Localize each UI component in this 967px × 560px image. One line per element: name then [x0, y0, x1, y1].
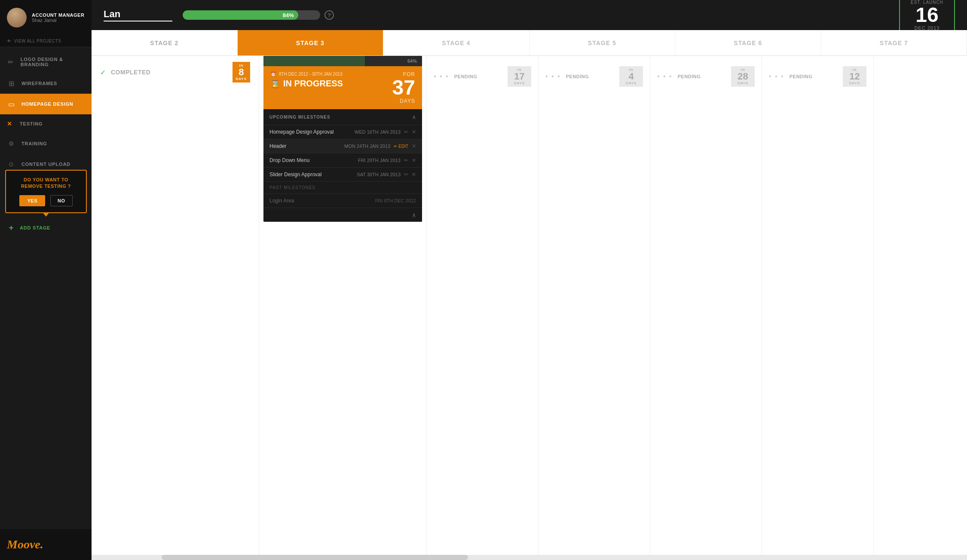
edit-icon: ✏	[394, 144, 397, 149]
brand-dot: .	[40, 538, 43, 551]
people-icon: ⚙	[7, 139, 15, 148]
view-all-label: VIEW ALL PROJECTS	[14, 39, 61, 43]
tab-stage6[interactable]: STAGE 6	[675, 30, 821, 55]
grid-icon: ⊞	[7, 79, 15, 88]
sidebar-item-training[interactable]: ⚙ TRAINING	[0, 133, 92, 154]
scrollbar-thumb[interactable]	[162, 555, 468, 560]
stage7-column: • • • PENDING IN 12 DAYS	[762, 56, 874, 560]
stage4-column: • • • PENDING IN 17 DAYS	[427, 56, 539, 560]
days-label: DAYS	[623, 81, 640, 85]
plus-icon: +	[7, 223, 15, 232]
milestones-title: UPCOMING MILESTONES	[269, 115, 330, 119]
sidebar-item-homepage-design[interactable]: ▭ HOMEPAGE DESIGN	[0, 94, 92, 114]
days-label: DAYS	[236, 77, 247, 81]
milestone-name: Header	[269, 143, 331, 149]
sidebar-item-add-stage[interactable]: + ADD STAGE	[0, 217, 92, 238]
card-date-range: ⏰ 8TH DEC 2012 - 30TH JAN 2013	[270, 71, 392, 77]
status-text: IN PROGRESS	[283, 79, 343, 89]
past-milestone-row: Login Area FRI 8TH DEC 2012	[263, 194, 422, 208]
days-badge-stage2: IN 8 DAYS	[233, 62, 251, 83]
milestones-toggle-icon[interactable]: ∧	[412, 113, 416, 120]
sidebar-item-logo-design[interactable]: ✏ LOGO DESIGN & BRANDING	[0, 51, 92, 73]
chevron-up-icon[interactable]: ∧	[412, 211, 416, 218]
days-box-stage4: IN 17 DAYS	[508, 66, 531, 87]
milestone-name: Slider Design Approval	[269, 171, 341, 177]
pending-row-stage5: • • • PENDING IN 4 DAYS	[545, 63, 643, 90]
edit-pencil-icon[interactable]: ✏	[404, 129, 408, 135]
past-milestones-label: PAST MILESTONES	[269, 185, 315, 190]
user-role: ACCOUNT MANAGER	[32, 12, 84, 18]
no-button[interactable]: NO	[50, 195, 73, 206]
days-box-stage6: IN 28 DAYS	[731, 66, 755, 87]
sidebar-item-wireframes[interactable]: ⊞ WIREFRAMES	[0, 73, 92, 94]
stage2-column: ✓ COMPLETED IN 8 DAYS	[92, 56, 259, 560]
user-name: Shaz Jamal	[32, 18, 84, 23]
progress-bar-track: 84%	[183, 10, 320, 20]
days-num: 12	[846, 72, 863, 81]
edit-pencil-icon[interactable]: ✏	[404, 157, 408, 163]
edit-pencil-icon[interactable]: ✏	[404, 171, 408, 177]
card-header-left: ⏰ 8TH DEC 2012 - 30TH JAN 2013 ⌛ IN PROG…	[270, 71, 392, 89]
brand-name: Moove	[7, 538, 40, 551]
content-scroll[interactable]: ✓ COMPLETED IN 8 DAYS 64%	[92, 56, 967, 560]
sidebar-item-label: WIREFRAMES	[21, 81, 57, 86]
close-icon[interactable]: ✕	[412, 157, 416, 163]
close-icon[interactable]: ✕	[412, 143, 416, 149]
help-icon[interactable]: ?	[324, 10, 334, 20]
milestone-date: MON 24TH JAN 2013	[334, 144, 390, 149]
hourglass-icon: ⌛	[270, 79, 280, 89]
yes-button[interactable]: YES	[19, 195, 45, 206]
tab-stage6-label: STAGE 6	[734, 40, 762, 46]
upload-icon: ⊙	[7, 160, 15, 168]
eye-icon: 👁	[7, 39, 12, 43]
milestone-row-slider: Slider Design Approval SAT 30TH JAN 2013…	[263, 168, 422, 182]
avatar	[7, 8, 27, 28]
edit-label: EDIT	[398, 144, 408, 149]
project-name-input[interactable]	[104, 9, 172, 21]
days-label: DAYS	[734, 81, 751, 85]
milestone-date: SAT 30TH JAN 2013	[345, 172, 401, 177]
progress-label: 84%	[283, 12, 294, 18]
close-icon[interactable]: ✕	[412, 129, 416, 135]
sidebar-item-label: LOGO DESIGN & BRANDING	[21, 57, 85, 67]
tab-stage7[interactable]: STAGE 7	[821, 30, 967, 55]
tab-stage3[interactable]: STAGE 3	[238, 30, 384, 55]
sidebar-item-testing[interactable]: ✕ TESTING	[0, 114, 92, 133]
scrollbar-track[interactable]	[92, 555, 967, 560]
checkmark-icon: ✓	[100, 68, 106, 77]
progress-pct-label: 64%	[407, 58, 417, 64]
past-milestones-header: PAST MILESTONES	[263, 182, 422, 194]
days-num: 17	[511, 72, 528, 81]
days-label: DAYS	[511, 81, 528, 85]
pencil-icon: ✏	[7, 58, 15, 66]
pending-row-stage6: • • • PENDING IN 28 DAYS	[657, 63, 755, 90]
est-launch-box: EST. LAUNCH 16 DEC 2013	[899, 0, 955, 34]
milestone-name: Homepage Design Approval	[269, 129, 341, 135]
popup-buttons: YES NO	[13, 195, 79, 206]
milestone-date: WED 16TH JAN 2013	[345, 129, 401, 135]
card-header-right: FOR 37 DAYS	[392, 71, 415, 104]
stage-tabs: STAGE 2 STAGE 3 STAGE 4 STAGE 5 STAGE 6 …	[92, 30, 967, 56]
pending-badge-stage7: PENDING	[790, 74, 813, 79]
stage3-column: 64% ⏰ 8TH DEC 2012 - 30TH JAN 2013 ⌛ IN …	[259, 56, 427, 560]
sidebar-header: ACCOUNT MANAGER Shaz Jamal	[0, 0, 92, 35]
progress-bar-fill: 84%	[183, 10, 298, 20]
tab-stage5[interactable]: STAGE 5	[529, 30, 676, 55]
user-info: ACCOUNT MANAGER Shaz Jamal	[32, 12, 84, 23]
close-icon[interactable]: ✕	[412, 171, 416, 177]
tab-stage4[interactable]: STAGE 4	[383, 30, 529, 55]
est-launch-month: DEC 2013	[908, 25, 946, 31]
collapse-btn[interactable]: ∧	[263, 208, 422, 222]
milestone-name: Drop Down Menu	[269, 157, 341, 163]
pending-row-stage7: • • • PENDING IN 12 DAYS	[769, 63, 866, 90]
stage5-column: • • • PENDING IN 4 DAYS	[539, 56, 650, 560]
sidebar-footer: Moove.	[0, 529, 92, 560]
completed-row: ✓ COMPLETED IN 8 DAYS	[92, 56, 259, 89]
tab-stage5-label: STAGE 5	[588, 40, 616, 46]
pending-badge-stage5: PENDING	[566, 74, 589, 79]
tab-stage2[interactable]: STAGE 2	[92, 30, 238, 55]
dots-icon: • • •	[434, 73, 449, 80]
brand-logo: Moove.	[7, 538, 85, 551]
view-all-projects[interactable]: 👁 VIEW ALL PROJECTS	[0, 35, 92, 47]
edit-button[interactable]: ✏ EDIT	[394, 144, 408, 149]
